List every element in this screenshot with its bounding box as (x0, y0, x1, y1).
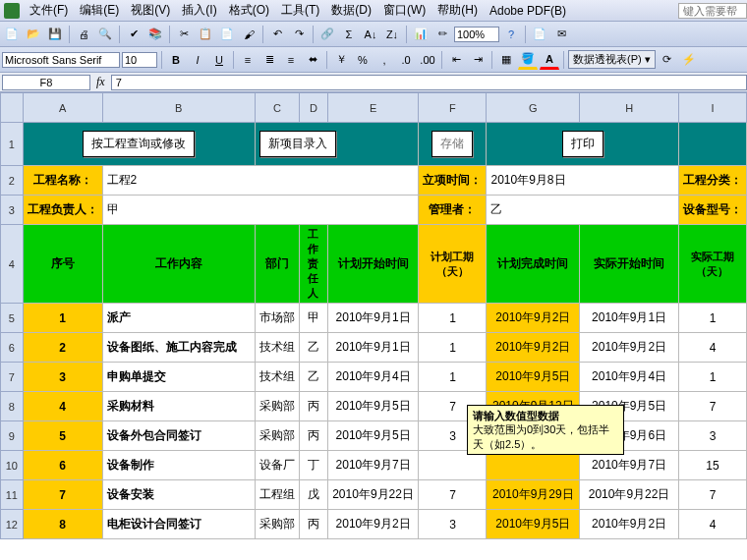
font-size-combo[interactable] (122, 52, 157, 68)
drawing-icon[interactable]: ✏ (432, 25, 452, 44)
fx-icon[interactable]: fx (96, 75, 105, 89)
decrease-decimal-icon[interactable]: .00 (418, 50, 437, 70)
align-left-icon[interactable]: ≡ (238, 50, 258, 70)
pivot-refresh-icon[interactable]: ⟳ (658, 50, 677, 70)
save-icon[interactable]: 💾 (45, 25, 65, 44)
menu-bar: 文件(F) 编辑(E) 视图(V) 插入(I) 格式(O) 工具(T) 数据(D… (0, 0, 747, 22)
align-center-icon[interactable]: ≣ (259, 50, 279, 70)
merge-center-icon[interactable]: ⬌ (303, 50, 322, 70)
standard-toolbar: 📄 📂 💾 🖨 🔍 ✔ 📚 ✂ 📋 📄 🖌 ↶ ↷ 🔗 Σ A↓ Z↓ 📊 ✏ … (0, 22, 747, 47)
table-row[interactable]: 9 5 设备外包合同签订 采购部 丙 2010年9月5日 3 2010年9月6日… (1, 421, 747, 451)
formatting-toolbar: B I U ≡ ≣ ≡ ⬌ ￥ % , .0 .00 ⇤ ⇥ ▦ 🪣 A 数据透… (0, 47, 747, 73)
table-row[interactable]: 8 4 采购材料 采购部 丙 2010年9月5日 7 2010年9月12日 20… (1, 392, 747, 421)
pivot-wizard-icon[interactable]: ⚡ (679, 50, 699, 70)
menu-view[interactable]: 视图(V) (125, 2, 176, 19)
menu-insert[interactable]: 插入(I) (176, 2, 222, 19)
print-preview-icon[interactable]: 🔍 (95, 25, 115, 44)
value-manager: 乙 (487, 196, 678, 225)
value-start-time: 2010年9月8日 (487, 166, 678, 196)
align-right-icon[interactable]: ≡ (281, 50, 301, 70)
menu-format[interactable]: 格式(O) (223, 2, 275, 19)
table-row[interactable]: 10 6 设备制作 设备厂 丁 2010年9月7日 2010年9月7日 15 (1, 451, 747, 480)
increase-decimal-icon[interactable]: .0 (396, 50, 416, 70)
underline-icon[interactable]: U (209, 50, 229, 70)
formula-bar[interactable] (111, 75, 747, 90)
label-equip-model: 设备型号： (678, 196, 746, 225)
format-painter-icon[interactable]: 🖌 (239, 25, 259, 44)
increase-indent-icon[interactable]: ⇥ (468, 50, 488, 70)
italic-icon[interactable]: I (188, 50, 207, 70)
label-proj-owner: 工程负责人： (23, 196, 102, 225)
table-row[interactable]: 5 1 派产 市场部 甲 2010年9月1日 1 2010年9月2日 2010年… (1, 304, 747, 333)
sort-desc-icon[interactable]: Z↓ (382, 25, 402, 44)
percent-icon[interactable]: % (353, 50, 373, 70)
info-row-2: 3 工程负责人： 甲 管理者： 乙 设备型号： (1, 196, 747, 225)
label-proj-cat: 工程分类： (678, 166, 746, 196)
comma-icon[interactable]: , (374, 50, 394, 70)
redo-icon[interactable]: ↷ (289, 25, 309, 44)
decrease-indent-icon[interactable]: ⇤ (446, 50, 466, 70)
menu-edit[interactable]: 编辑(E) (74, 2, 125, 19)
new-doc-icon[interactable]: 📄 (2, 25, 22, 44)
save-button[interactable]: 存储 (431, 131, 473, 157)
menu-file[interactable]: 文件(F) (24, 2, 74, 19)
autosum-icon[interactable]: Σ (339, 25, 359, 44)
hyperlink-icon[interactable]: 🔗 (317, 25, 337, 44)
tooltip-title: 请输入数值型数据 (473, 410, 559, 421)
fill-color-icon[interactable]: 🪣 (518, 50, 538, 70)
font-color-icon[interactable]: A (540, 50, 559, 70)
zoom-combo[interactable] (454, 27, 499, 42)
font-name-combo[interactable] (2, 52, 120, 68)
table-header-row: 4 序号 工作内容 部门 工作责任人 计划开始时间 计划工期（天） 计划完成时间… (1, 225, 747, 304)
name-box[interactable] (2, 75, 90, 90)
info-row-1: 2 工程名称： 工程2 立项时间： 2010年9月8日 工程分类： (1, 166, 747, 196)
table-row[interactable]: 11 7 设备安装 工程组 戊 2010年9月22日 7 2010年9月29日 … (1, 480, 747, 510)
print-icon[interactable]: 🖨 (74, 25, 93, 44)
currency-icon[interactable]: ￥ (331, 50, 351, 70)
copy-icon[interactable]: 📋 (196, 25, 215, 44)
column-headers[interactable]: ABCDEFGHI (1, 93, 747, 123)
borders-icon[interactable]: ▦ (496, 50, 516, 70)
query-modify-button[interactable]: 按工程查询或修改 (83, 131, 195, 157)
pdf-email-icon[interactable]: ✉ (551, 25, 571, 44)
input-tooltip: 请输入数值型数据 大致范围为0到30天，包括半天（如2.5）。 (467, 405, 624, 455)
spellcheck-icon[interactable]: ✔ (124, 25, 144, 44)
worksheet-area[interactable]: ABCDEFGHI 1 按工程查询或修改 新项目录入 存储 打印 2 工程名称：… (0, 92, 747, 560)
label-proj-name: 工程名称： (23, 166, 102, 196)
pdf-icon[interactable]: 📄 (530, 25, 549, 44)
table-row[interactable]: 6 2 设备图纸、施工内容完成 技术组 乙 2010年9月1日 1 2010年9… (1, 333, 747, 363)
table-row[interactable]: 12 8 电柜设计合同签订 采购部 丙 2010年9月2日 3 2010年9月5… (1, 510, 747, 539)
menu-tools[interactable]: 工具(T) (275, 2, 325, 19)
pivot-table-button[interactable]: 数据透视表(P) ▾ (568, 50, 656, 69)
excel-app-icon[interactable] (4, 3, 20, 19)
open-icon[interactable]: 📂 (24, 25, 43, 44)
action-button-row: 1 按工程查询或修改 新项目录入 存储 打印 (1, 123, 747, 166)
menu-window[interactable]: 窗口(W) (377, 2, 431, 19)
undo-icon[interactable]: ↶ (267, 25, 287, 44)
chart-wizard-icon[interactable]: 📊 (411, 25, 431, 44)
formula-bar-row: fx (0, 73, 747, 92)
help-icon[interactable]: ? (501, 25, 521, 44)
value-proj-name: 工程2 (102, 166, 419, 196)
label-manager: 管理者： (419, 196, 487, 225)
menu-help[interactable]: 帮助(H) (431, 2, 484, 19)
label-start-time: 立项时间： (419, 166, 487, 196)
tooltip-body: 大致范围为0到30天，包括半天（如2.5）。 (473, 423, 609, 449)
menu-data[interactable]: 数据(D) (325, 2, 377, 19)
research-icon[interactable]: 📚 (145, 25, 165, 44)
print-button[interactable]: 打印 (562, 131, 603, 157)
cut-icon[interactable]: ✂ (174, 25, 194, 44)
table-row[interactable]: 7 3 申购单提交 技术组 乙 2010年9月4日 1 2010年9月5日 20… (1, 363, 747, 392)
paste-icon[interactable]: 📄 (217, 25, 237, 44)
new-item-button[interactable]: 新项目录入 (259, 131, 336, 157)
value-proj-owner: 甲 (102, 196, 419, 225)
bold-icon[interactable]: B (166, 50, 186, 70)
sort-asc-icon[interactable]: A↓ (361, 25, 380, 44)
select-all-cell[interactable] (1, 93, 24, 123)
help-search-input[interactable] (678, 3, 747, 19)
menu-adobe-pdf[interactable]: Adobe PDF(B) (484, 4, 572, 18)
